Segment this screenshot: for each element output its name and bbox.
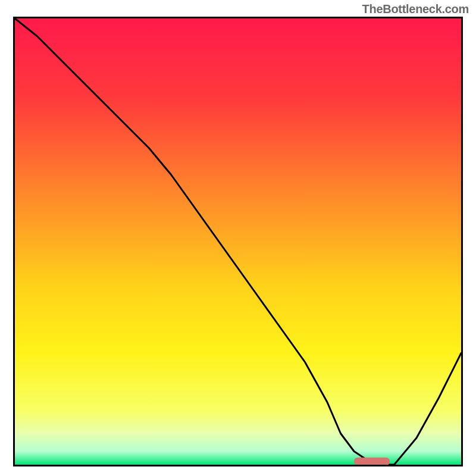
chart-frame (13, 17, 463, 466)
optimal-marker (354, 458, 390, 465)
gradient-background (15, 18, 461, 465)
watermark-text: TheBottleneck.com (362, 2, 469, 16)
chart-svg (15, 18, 461, 465)
chart-area (15, 18, 461, 465)
